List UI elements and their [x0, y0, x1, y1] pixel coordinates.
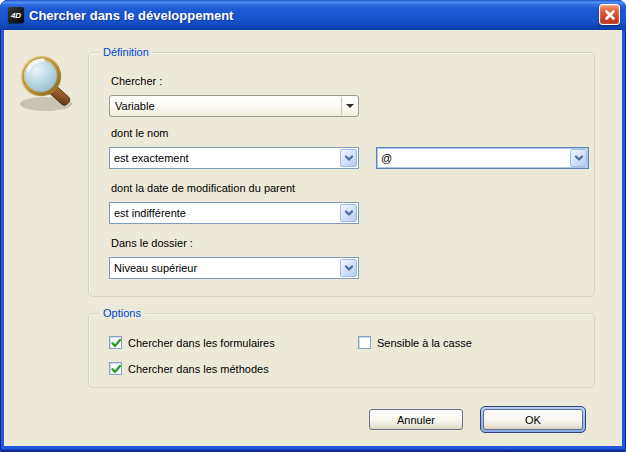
close-button[interactable]: [599, 4, 620, 25]
date-operator-combo[interactable]: est indifférente: [109, 202, 359, 224]
green-checkmark-icon: [110, 363, 123, 376]
ok-button-focus-ring[interactable]: OK: [480, 406, 586, 433]
options-groupbox: Options Chercher dans les formulaires Ch…: [88, 313, 595, 388]
dossier-combo[interactable]: Niveau supérieur: [109, 257, 359, 279]
definition-groupbox: Définition Chercher : Variable dont le n…: [88, 52, 595, 297]
checkbox-chercher-formulaires[interactable]: Chercher dans les formulaires: [109, 336, 275, 349]
ok-button[interactable]: OK: [483, 409, 583, 430]
green-checkmark-icon: [110, 337, 123, 350]
checkbox-box[interactable]: [109, 362, 122, 375]
chevron-down-icon[interactable]: [570, 149, 587, 167]
chercher-dropdown[interactable]: Variable: [109, 95, 359, 117]
checkbox-label: Chercher dans les formulaires: [128, 337, 275, 349]
checkbox-box[interactable]: [109, 336, 122, 349]
checkbox-box[interactable]: [358, 336, 371, 349]
chercher-label: Chercher :: [111, 75, 162, 87]
nom-label: dont le nom: [111, 127, 168, 139]
dossier-label: Dans le dossier :: [111, 237, 193, 249]
cancel-button[interactable]: Annuler: [369, 409, 463, 430]
titlebar[interactable]: 4D Chercher dans le développement: [0, 0, 626, 30]
chercher-dropdown-value: Variable: [115, 100, 155, 112]
checkbox-chercher-methodes[interactable]: Chercher dans les méthodes: [109, 362, 269, 375]
search-dialog-window: 4D Chercher dans le développement: [0, 0, 626, 452]
nom-operator-value: est exactement: [114, 152, 189, 164]
nom-value-combo[interactable]: @: [376, 147, 589, 169]
window-title: Chercher dans le développement: [29, 8, 233, 23]
magnifying-glass-icon: [14, 52, 86, 116]
definition-group-label: Définition: [99, 45, 153, 60]
dossier-value: Niveau supérieur: [114, 262, 197, 274]
checkbox-label: Chercher dans les méthodes: [128, 363, 269, 375]
date-operator-value: est indifférente: [114, 207, 186, 219]
chevron-down-icon[interactable]: [340, 259, 357, 277]
chevron-down-icon[interactable]: [340, 149, 357, 167]
checkbox-label: Sensible à la casse: [377, 337, 472, 349]
options-group-label: Options: [99, 306, 145, 321]
date-label: dont la date de modification du parent: [111, 182, 295, 194]
dialog-body: Définition Chercher : Variable dont le n…: [4, 30, 622, 446]
nom-operator-combo[interactable]: est exactement: [109, 147, 359, 169]
chevron-down-icon[interactable]: [340, 204, 357, 222]
nom-value-text: @: [381, 152, 392, 164]
checkbox-sensible-casse[interactable]: Sensible à la casse: [358, 336, 472, 349]
4d-logo-icon[interactable]: 4D: [8, 7, 24, 23]
triangle-down-icon[interactable]: [341, 97, 358, 115]
close-icon: [603, 8, 617, 22]
